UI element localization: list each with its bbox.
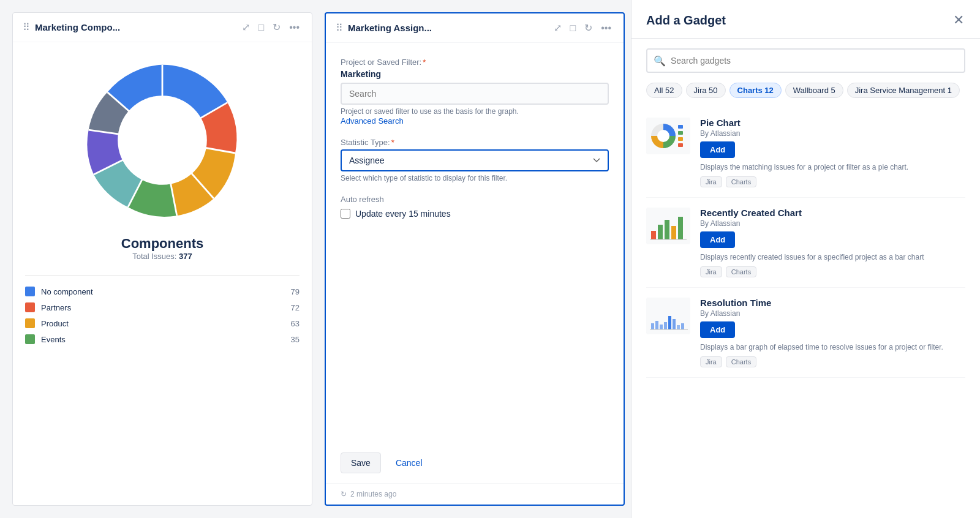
gadget-tag: Jira <box>700 356 722 367</box>
svg-point-12 <box>657 130 669 142</box>
more-options-button[interactable]: ••• <box>287 21 302 34</box>
gadget-search-input[interactable] <box>646 48 965 73</box>
left-widget: ⠿ Marketing Compo... ⤢ □ ↻ ••• <box>12 12 312 506</box>
legend-value: 35 <box>281 335 300 344</box>
gadget-info: Pie Chart By Atlassian Add Displays the … <box>700 118 965 187</box>
widget-footer: ↻ 2 minutes ago <box>326 483 624 505</box>
gadget-item: Resolution Time By Atlassian Add Display… <box>646 288 965 378</box>
svg-rect-22 <box>678 217 683 239</box>
svg-rect-26 <box>655 321 658 329</box>
refresh-footer-icon: ↻ <box>341 490 347 498</box>
gadget-add-button[interactable]: Add <box>700 231 735 248</box>
filter-tab-jira[interactable]: Jira 50 <box>686 83 726 98</box>
footer-time: 2 minutes ago <box>350 490 396 498</box>
drag-handle-icon-2[interactable]: ⠿ <box>336 22 343 34</box>
gadget-tags: JiraCharts <box>700 176 965 187</box>
gadget-icon <box>646 208 690 244</box>
statistic-select[interactable]: AssigneeComponentFix VersionPriorityRepo… <box>341 149 609 171</box>
svg-rect-16 <box>678 143 683 147</box>
gadget-description: Displays a bar graph of elapsed time to … <box>700 342 965 353</box>
legend-item: Product 63 <box>25 315 300 331</box>
legend-value: 63 <box>281 319 300 328</box>
donut-chart <box>77 54 248 226</box>
right-panel-header: Add a Gadget ✕ <box>631 0 980 39</box>
project-label: Project or Saved Filter:* <box>341 58 609 67</box>
legend-list: No component 79 Partners 72 Product 63 E… <box>25 283 300 347</box>
form-buttons: Save Cancel <box>326 443 624 483</box>
legend-label: Partners <box>41 303 275 312</box>
filter-tab-wallboard[interactable]: Wallboard 5 <box>785 83 843 98</box>
legend-item: Events 35 <box>25 331 300 347</box>
gadget-tags: JiraCharts <box>700 356 965 367</box>
gadget-description: Displays the matching issues for a proje… <box>700 162 965 173</box>
legend-item: No component 79 <box>25 283 300 299</box>
statistic-hint: Select which type of statistic to displa… <box>341 174 609 182</box>
svg-rect-13 <box>678 125 683 129</box>
gadget-tags: JiraCharts <box>700 266 965 277</box>
legend-item: Partners 72 <box>25 299 300 315</box>
gadget-author: By Atlassian <box>700 129 965 138</box>
gadget-tag: Jira <box>700 176 722 187</box>
drag-handle-icon[interactable]: ⠿ <box>23 21 30 33</box>
gadget-add-button[interactable]: Add <box>700 321 735 338</box>
legend-value: 79 <box>281 287 300 296</box>
expand-icon[interactable]: ⤢ <box>239 20 252 34</box>
left-widget-actions: ⤢ □ ↻ ••• <box>239 20 302 34</box>
project-search-input[interactable] <box>341 83 609 105</box>
legend-color <box>25 318 35 328</box>
svg-rect-25 <box>651 323 654 329</box>
auto-refresh-group: Auto refresh Update every 15 minutes <box>341 195 609 219</box>
gadget-description: Displays recently created issues for a s… <box>700 252 965 263</box>
close-button[interactable]: ✕ <box>952 12 965 28</box>
gadget-list: Pie Chart By Atlassian Add Displays the … <box>631 108 980 518</box>
gadget-info: Resolution Time By Atlassian Add Display… <box>700 298 965 367</box>
chart-title: Components <box>121 236 203 252</box>
chart-divider <box>25 276 300 276</box>
refresh-icon-2[interactable]: ↻ <box>582 21 595 35</box>
gadget-icon <box>646 118 690 154</box>
advanced-search-link[interactable]: Advanced Search <box>341 116 404 126</box>
checkbox-group: Update every 15 minutes <box>341 209 609 219</box>
project-value: Marketing <box>341 69 609 79</box>
cancel-button[interactable]: Cancel <box>386 452 432 473</box>
chart-total: Total Issues: 377 <box>121 252 203 261</box>
filter-tabs: All 52Jira 50Charts 12Wallboard 5Jira Se… <box>631 83 980 108</box>
search-icon: 🔍 <box>654 55 666 67</box>
gadget-add-button[interactable]: Add <box>700 141 735 158</box>
filter-tab-charts[interactable]: Charts 12 <box>729 83 782 98</box>
statistic-label: Statistic Type:* <box>341 138 609 147</box>
gadget-info: Recently Created Chart By Atlassian Add … <box>700 208 965 277</box>
auto-refresh-checkbox[interactable] <box>341 209 350 219</box>
middle-widget: ⠿ Marketing Assign... ⤢ □ ↻ ••• Project … <box>325 12 625 506</box>
legend-color <box>25 287 35 296</box>
more-options-button-2[interactable]: ••• <box>598 21 614 35</box>
maximize-icon[interactable]: □ <box>256 21 267 34</box>
maximize-icon-2[interactable]: □ <box>568 21 579 35</box>
gadget-tag: Charts <box>726 356 756 367</box>
svg-rect-15 <box>678 137 683 141</box>
svg-rect-19 <box>658 225 663 239</box>
chart-container: Components Total Issues: 377 No componen… <box>13 42 312 359</box>
svg-rect-29 <box>668 316 671 329</box>
legend-label: No component <box>41 287 275 296</box>
refresh-icon[interactable]: ↻ <box>270 20 283 34</box>
middle-widget-header: ⠿ Marketing Assign... ⤢ □ ↻ ••• <box>326 13 624 43</box>
right-panel-title: Add a Gadget <box>646 13 726 28</box>
save-button[interactable]: Save <box>341 452 381 473</box>
gadget-item: Recently Created Chart By Atlassian Add … <box>646 198 965 288</box>
filter-tab-all[interactable]: All 52 <box>646 83 682 98</box>
form-body: Project or Saved Filter:* Marketing Proj… <box>326 43 624 443</box>
left-widget-header: ⠿ Marketing Compo... ⤢ □ ↻ ••• <box>13 13 312 42</box>
svg-rect-14 <box>678 131 683 135</box>
legend-color <box>25 302 35 312</box>
expand-icon-2[interactable]: ⤢ <box>551 21 564 35</box>
left-widget-title: Marketing Compo... <box>35 22 235 32</box>
gadget-name: Recently Created Chart <box>700 208 965 218</box>
filter-tab-jira-service-management[interactable]: Jira Service Management 1 <box>847 83 960 98</box>
project-field-group: Project or Saved Filter:* Marketing Proj… <box>341 58 609 126</box>
legend-value: 72 <box>281 303 300 312</box>
auto-refresh-text[interactable]: Update every 15 minutes <box>355 209 451 219</box>
gadget-author: By Atlassian <box>700 309 965 318</box>
middle-widget-actions: ⤢ □ ↻ ••• <box>551 21 614 35</box>
search-box: 🔍 <box>646 48 965 73</box>
